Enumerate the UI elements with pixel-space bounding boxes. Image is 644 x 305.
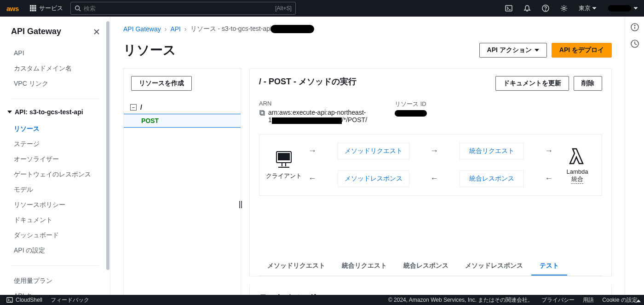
page-title: リソース [123,41,176,59]
flow-integration-response[interactable]: 統合レスポンス [460,170,524,187]
svg-rect-26 [278,153,289,160]
copyright: © 2024, Amazon Web Services, Inc. またはその関… [388,296,533,304]
tab[interactable]: 統合リクエスト [334,257,395,276]
method-flow-diagram: クライアント → メソッドリクエスト → 統合リクエスト → ← メソッドレスポ… [259,134,602,196]
resource-tree-panel: リソースを作成 − / POST [123,68,241,295]
sidebar-item[interactable]: API [0,46,110,61]
method-detail-panel: / - POST - メソッドの実行 ドキュメントを更新 削除 ARN [249,68,612,276]
tree-method-label: POST [141,117,159,124]
footer: CloudShell フィードバック © 2024, Amazon Web Se… [0,295,644,305]
account-name-redacted [608,5,631,12]
tab[interactable]: テスト [531,257,567,276]
region-label: 東京 [579,4,591,12]
resource-id-label: リソース ID [395,100,427,108]
footer-expand-icon[interactable] [636,299,641,304]
flow-integration-request[interactable]: 統合リクエスト [460,143,524,159]
tree-root-row[interactable]: − / [124,101,241,114]
chevron-right-icon: › [184,25,187,33]
tree-method-row[interactable]: POST [124,114,241,128]
sidebar-item[interactable]: ダッシュボード [0,228,110,243]
sidebar-item[interactable]: ドキュメント [0,212,110,228]
svg-rect-2 [34,5,36,6]
sidebar: API Gateway APIカスタムドメイン名VPC リンク API: s3-… [0,17,110,295]
notifications-icon[interactable] [518,0,536,17]
flow-method-request[interactable]: メソッドリクエスト [338,143,409,159]
terms-link[interactable]: 用語 [583,296,594,304]
services-label: サービス [39,4,63,12]
caret-down-icon [535,48,539,53]
svg-rect-24 [260,111,264,114]
sidebar-item[interactable]: ゲートウェイのレスポンス [0,167,110,182]
info-icon[interactable] [631,23,639,31]
svg-marker-18 [634,7,638,9]
arrow-right-icon: → [305,146,319,156]
cloudshell-button[interactable]: CloudShell [6,297,42,303]
sidebar-item[interactable]: カスタムドメイン名 [0,61,110,76]
create-resource-button[interactable]: リソースを作成 [131,76,192,91]
search-box[interactable]: [Alt+S] [70,2,296,15]
sidebar-close-button[interactable] [93,29,100,35]
clock-icon[interactable] [631,40,639,48]
tab[interactable]: 統合レスポンス [395,257,457,276]
account-menu[interactable] [602,5,644,12]
arrow-left-icon: ← [427,174,441,183]
sidebar-item[interactable]: VPC リンク [0,76,110,91]
sidebar-scrollbar[interactable] [105,17,110,295]
flow-integration-type[interactable]: 統合 [571,175,583,184]
collapse-icon[interactable]: − [130,104,137,111]
api-actions-button[interactable]: API アクション [479,43,547,58]
lambda-icon [566,146,588,166]
breadcrumb: API Gateway › API › リソース - s3-to-gcs-tes… [123,25,612,33]
update-docs-button[interactable]: ドキュメントを更新 [495,76,569,91]
deploy-api-button[interactable]: API をデプロイ [552,43,612,58]
detail-tabs: メソッドリクエスト統合リクエスト統合レスポンスメソッドレスポンステスト [259,257,602,276]
detail-title: / - POST - メソッドの実行 [259,76,356,87]
search-shortcut: [Alt+S] [275,5,292,12]
help-icon[interactable] [536,0,555,17]
sidebar-item[interactable]: オーソライザー [0,152,110,167]
cookie-link[interactable]: Cookie の設定 [602,296,638,304]
breadcrumb-item[interactable]: API Gateway [123,25,161,33]
sidebar-item[interactable]: API キー [0,288,110,295]
sidebar-item[interactable]: モデル [0,182,110,197]
test-method-panel: テストメソッド メソッドに対してテスト呼び出しを実行します。テスト呼び出しを実行… [249,285,612,295]
sidebar-item[interactable]: 使用量プラン [0,273,110,288]
tab[interactable]: メソッドリクエスト [259,257,334,276]
sidebar-item[interactable]: ステージ [0,136,110,152]
search-input[interactable] [84,5,272,12]
client-icon [273,150,295,170]
privacy-link[interactable]: プライバシー [541,296,575,304]
main-content: API Gateway › API › リソース - s3-to-gcs-tes… [110,17,625,295]
delete-button[interactable]: 削除 [574,76,602,91]
settings-icon[interactable] [555,0,573,17]
arrow-right-icon: → [542,146,556,156]
services-menu[interactable]: サービス [25,4,68,12]
region-selector[interactable]: 東京 [573,4,602,12]
cloudshell-icon[interactable] [500,0,518,17]
svg-rect-4 [32,7,34,9]
sidebar-item[interactable]: リソース [0,121,110,136]
svg-line-10 [79,10,80,12]
sidebar-item[interactable]: リソースポリシー [0,197,110,212]
panel-resize-handle[interactable] [239,200,242,209]
top-nav: aws サービス [Alt+S] 東京 [0,0,644,17]
sidebar-api-label: API: s3-to-gcs-test-api [15,108,83,116]
svg-rect-1 [32,5,34,6]
search-icon [75,5,81,12]
feedback-link[interactable]: フィードバック [51,296,89,304]
sidebar-api-header[interactable]: API: s3-to-gcs-test-api [0,104,110,118]
svg-point-9 [75,6,80,10]
flow-method-response[interactable]: メソッドレスポンス [338,170,409,187]
close-icon [93,29,100,35]
svg-marker-22 [535,49,539,52]
svg-rect-5 [34,7,36,9]
aws-logo[interactable]: aws [0,5,25,12]
copy-icon[interactable] [259,110,265,116]
svg-point-32 [634,25,635,26]
tab[interactable]: メソッドレスポンス [457,257,531,276]
grid-icon [30,5,36,12]
svg-rect-0 [30,5,31,6]
arrow-right-icon: → [427,146,441,156]
breadcrumb-item[interactable]: API [170,25,181,33]
sidebar-item[interactable]: API の設定 [0,243,110,258]
